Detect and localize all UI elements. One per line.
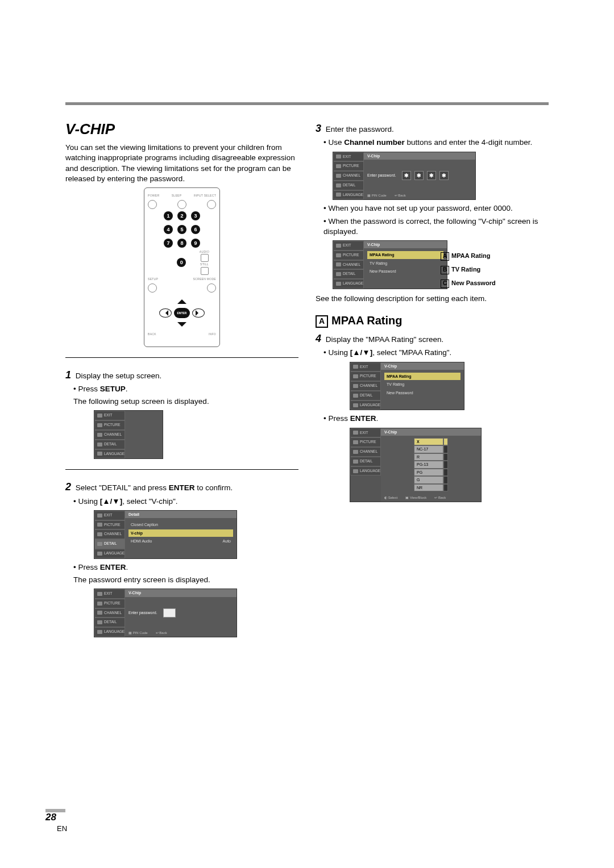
num-3: 3 (191, 211, 200, 220)
intro-text: You can set the viewing limitations to p… (65, 143, 298, 184)
num-0: 0 (177, 258, 186, 267)
nav-left-icon (159, 308, 172, 318)
num-4: 4 (164, 225, 173, 234)
osd-item-tv: TV Rating (367, 260, 443, 267)
channel-icon (97, 433, 102, 437)
pin-field (163, 608, 176, 617)
input-button (207, 200, 216, 209)
nav-down-icon (177, 322, 186, 331)
divider (65, 469, 298, 470)
nav-pad: ENTER (159, 296, 205, 330)
language-icon (97, 452, 102, 456)
sleep-button (177, 200, 186, 209)
step-3-text: Enter the password. (326, 125, 394, 133)
num-5: 5 (177, 225, 186, 234)
osd-item-newpw: New Password (367, 268, 443, 275)
osd-tab-language: LANGUAGE (94, 449, 125, 459)
num-8: 8 (177, 239, 186, 248)
osd-title: V-Chip (125, 589, 237, 596)
remote-label-info: INFO (209, 332, 216, 336)
step-number: 1 (65, 369, 71, 381)
audio-button (201, 254, 209, 262)
remote-illustration: POWER SLEEP INPUT SELECT 1 2 3 4 5 6 7 (144, 187, 220, 347)
subhead-mpaa: AMPAA Rating (316, 313, 549, 328)
still-button (201, 267, 209, 275)
page-number: 28 EN (45, 809, 67, 834)
osd-tab-exit: EXIT (94, 411, 125, 420)
num-6: 6 (191, 225, 200, 234)
step-2-note2: The password entry screen is displayed. (73, 575, 298, 585)
remote-label-still: STILL (200, 262, 209, 266)
right-column: 3 Enter the password. • Use Channel numb… (316, 119, 549, 641)
number-pad: 1 2 3 4 5 6 7 8 9 (148, 211, 216, 248)
remote-label-power: POWER (148, 194, 159, 198)
num-9: 9 (191, 239, 200, 248)
divider (65, 357, 298, 358)
osd-title: Detail (125, 511, 237, 518)
detail-icon (97, 443, 102, 446)
step-3: 3 Enter the password. (316, 122, 549, 135)
top-rule (65, 102, 549, 105)
power-button (148, 200, 157, 209)
osd-vchip-callout: EXIT PICTURE CHANNEL DETAIL LANGUAGE V-C… (316, 240, 549, 289)
step-1-note: The following setup screen is displayed. (73, 397, 298, 407)
left-column: V-CHIP You can set the viewing limitatio… (65, 119, 298, 641)
nav-up-icon (177, 295, 186, 304)
remote-label-input: INPUT SELECT (194, 194, 216, 198)
step-2-bullet: • Using [▲/▼], select "V-chip". (73, 496, 298, 507)
step-4-bullet: • Using [▲/▼], select "MPAA Rating". (323, 348, 549, 358)
note-correct-pw: • When the password is correct, the foll… (323, 216, 549, 237)
step-number: 4 (316, 333, 321, 344)
remote-label-setup: SETUP (148, 277, 158, 281)
remote-label-back: BACK (148, 332, 156, 336)
enter-button: ENTER (174, 308, 190, 318)
num-2: 2 (177, 211, 186, 220)
osd-detail-menu: EXIT PICTURE CHANNEL DETAIL LANGUAGE Det… (94, 510, 237, 559)
rating-list: X NC-17 R PG-13 PG G NR (414, 438, 448, 491)
step-3-bullet: • Use Channel number buttons and enter t… (323, 137, 549, 148)
section-heading: V-CHIP (65, 119, 298, 139)
step-number: 3 (316, 123, 321, 134)
remote-label-screen: SCREEN MODE (193, 277, 216, 281)
callout-labels: AMPAA Rating BTV Rating CNew Password (441, 247, 496, 293)
osd-item-mpaa: MPAA Rating (367, 251, 443, 258)
step-1: 1 Display the setup screen. (65, 368, 298, 382)
osd-password-entry: EXIT PICTURE CHANNEL DETAIL LANGUAGE V-C… (94, 589, 237, 637)
see-text: See the following description for settin… (316, 294, 549, 304)
picture-icon (97, 423, 102, 427)
osd-tab-channel: CHANNEL (94, 430, 125, 440)
pin-dots: ✱✱✱✱ (402, 171, 449, 180)
osd-item-hdmi: HDMI AudioAuto (128, 537, 233, 545)
osd-password-prompt: Enter password. (128, 610, 157, 615)
remote-label-sleep: SLEEP (172, 194, 182, 198)
num-1: 1 (164, 211, 173, 220)
osd-setup-empty: EXIT PICTURE CHANNEL DETAIL LANGUAGE (94, 410, 163, 459)
osd-password-filled: EXIT PICTURE CHANNEL DETAIL LANGUAGE V-C… (333, 152, 476, 201)
setup-button (148, 283, 157, 293)
osd-vchip-menu-2: EXIT PICTURE CHANNEL DETAIL LANGUAGE V-C… (350, 362, 464, 411)
step-4: 4 Display the "MPAA Rating" screen. (316, 332, 549, 345)
screen-button (207, 283, 216, 293)
nav-right-icon (192, 308, 205, 318)
note-default-pw: • When you have not set up your password… (323, 203, 549, 214)
osd-item-cc: Closed Caption (128, 521, 233, 528)
step-2-bullet2: • Press ENTER. (73, 562, 298, 573)
step-number: 2 (65, 481, 71, 493)
num-7: 7 (164, 239, 173, 248)
step-1-text: Display the setup screen. (76, 372, 162, 380)
osd-item-vchip: V-chip (128, 529, 233, 537)
step-4-bullet2: • Press ENTER. (323, 414, 549, 424)
step-2: 2 Select "DETAIL" and press ENTER to con… (65, 480, 298, 494)
exit-icon (97, 414, 102, 418)
step-1-bullet: • Press SETUP. (73, 384, 298, 394)
osd-mpaa-ratings: EXIT PICTURE CHANNEL DETAIL LANGUAGE V-C… (350, 428, 482, 503)
remote-label-audio: AUDIO (200, 250, 209, 254)
osd-tab-detail: DETAIL (94, 440, 125, 449)
osd-tab-picture: PICTURE (94, 420, 125, 430)
